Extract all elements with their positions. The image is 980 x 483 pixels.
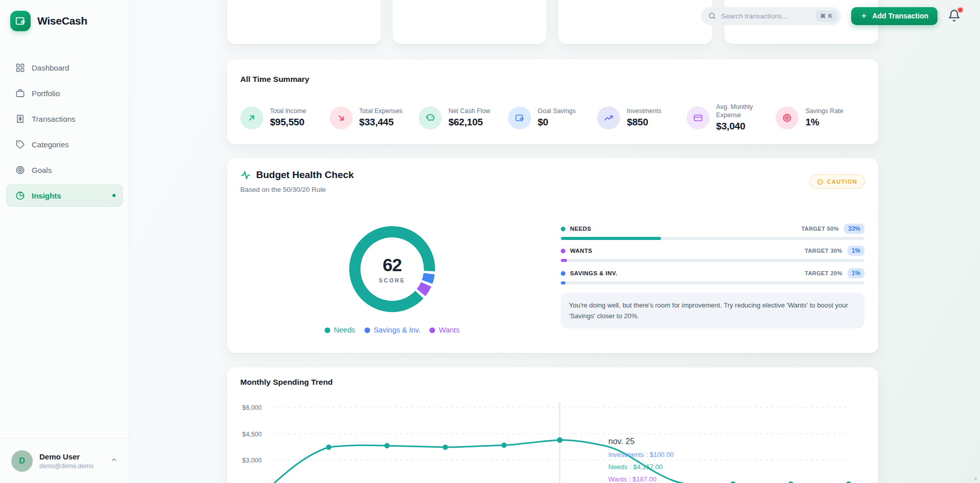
stat-goal-savings: Goal Savings$0: [508, 103, 598, 132]
sidebar: WiseCash Dashboard Portfolio: [0, 0, 129, 483]
legend-wants: Wants: [429, 326, 460, 334]
credit-card-icon: [693, 113, 703, 123]
legend-needs: Needs: [325, 326, 355, 334]
topbar: ⌘ K Add Transaction: [129, 0, 980, 32]
stat-investments: Investments$850: [597, 103, 687, 132]
briefcase-icon: [15, 89, 25, 98]
receipt-icon: [15, 114, 25, 124]
pie-icon: [15, 191, 25, 201]
notification-badge-dot: [958, 8, 963, 12]
app-title: WiseCash: [37, 15, 87, 27]
sidebar-item-goals[interactable]: Goals: [6, 159, 123, 181]
ytick-4500: $4,500: [242, 431, 262, 438]
legend-savings: Savings & Inv.: [364, 326, 421, 334]
donut-legend: Needs Savings & Inv. Wants: [298, 326, 487, 334]
shortcut-badge: ⌘ K: [816, 11, 837, 21]
advice-box: You're doing well, but there's room for …: [561, 293, 864, 328]
target-icon: [782, 113, 792, 123]
active-indicator-dot: [112, 194, 116, 197]
brand: WiseCash: [0, 0, 129, 42]
arrow-down-right-icon: [336, 113, 346, 123]
data-point: [326, 445, 331, 450]
sidebar-item-dashboard[interactable]: Dashboard: [6, 56, 123, 79]
piggy-bank-icon: [425, 113, 436, 123]
all-time-summary-card: All Time Summary Total Income$95,550 Tot…: [227, 59, 878, 144]
sidebar-item-insights[interactable]: Insights: [6, 184, 123, 207]
search-box[interactable]: ⌘ K: [701, 7, 841, 25]
info-circle-icon: [817, 179, 824, 185]
tooltip-needs: Needs : $4,157.00: [608, 463, 674, 471]
trending-up-icon: [604, 113, 613, 123]
user-panel[interactable]: D Demo User demo@demo.demo: [0, 438, 129, 483]
monthly-spending-trend-card: Monthly Spending Trend $6,000 $4,500 $3,…: [227, 367, 878, 483]
sidebar-item-label: Categories: [32, 140, 69, 149]
plus-icon: [860, 12, 868, 19]
wallet-icon: [515, 113, 525, 123]
pct-badge: 1%: [848, 246, 864, 256]
chart-tooltip: nov. 25 Investments : $100.00 Needs : $4…: [608, 437, 674, 483]
status-badge-caution: CAUTION: [809, 174, 865, 189]
sidebar-nav: Dashboard Portfolio Transactions: [0, 42, 129, 207]
donut-needs-segment: [355, 232, 429, 306]
pct-badge: 1%: [848, 268, 864, 278]
sidebar-item-categories[interactable]: Categories: [6, 133, 123, 156]
arrow-up-right-icon: [247, 113, 257, 123]
grid-icon: [15, 63, 25, 73]
stat-total-income: Total Income$95,550: [240, 103, 330, 132]
tag-icon: [15, 140, 25, 149]
budget-health-title: Budget Health Check: [240, 169, 354, 181]
user-name: Demo User: [39, 452, 94, 461]
search-icon: [708, 12, 716, 20]
stat-avg-monthly-expense: Avg. Monthly Expense$3,040: [687, 103, 776, 132]
summary-title: All Time Summary: [240, 75, 309, 84]
trend-line-chart[interactable]: $6,000 $4,500 $3,000: [227, 367, 878, 483]
donut-wants-segment: [421, 284, 426, 293]
wallet-logo-icon: [10, 11, 31, 31]
sidebar-item-label: Goals: [32, 166, 52, 174]
search-input[interactable]: [721, 12, 811, 20]
sidebar-item-label: Insights: [32, 191, 61, 200]
data-point: [502, 443, 507, 448]
stat-total-expenses: Total Expenses$33,445: [330, 103, 419, 132]
ytick-3000: $3,000: [242, 457, 262, 464]
budget-score-donut: 62 SCORE: [341, 218, 443, 320]
notifications-button[interactable]: [948, 9, 961, 23]
sidebar-item-label: Portfolio: [32, 89, 60, 98]
pct-badge: 33%: [844, 224, 864, 234]
sidebar-item-label: Dashboard: [32, 63, 69, 72]
sidebar-item-transactions[interactable]: Transactions: [6, 107, 123, 130]
budget-health-subtitle: Based on the 50/30/20 Rule: [240, 186, 326, 193]
add-transaction-button[interactable]: Add Transaction: [851, 7, 938, 25]
sidebar-item-portfolio[interactable]: Portfolio: [6, 82, 123, 104]
summary-stats: Total Income$95,550 Total Expenses$33,44…: [240, 103, 865, 132]
scrollbar-arrow-icon[interactable]: ▼: [973, 476, 978, 482]
sidebar-item-label: Transactions: [32, 115, 75, 123]
budget-health-card: Budget Health Check Based on the 50/30/2…: [227, 158, 878, 353]
activity-pulse-icon: [240, 170, 251, 181]
stat-savings-rate: Savings Rate1%: [776, 103, 865, 132]
data-point: [384, 443, 390, 448]
tooltip-wants: Wants : $187.00: [608, 475, 674, 483]
ytick-6000: $6,000: [242, 404, 262, 411]
row-needs: NEEDS TARGET 50% 33%: [561, 224, 864, 234]
donut-savings-segment: [427, 274, 429, 282]
stat-net-cash-flow: Net Cash Flow$62,105: [419, 103, 508, 132]
row-savings: SAVINGS & INV. TARGET 20% 1%: [561, 268, 864, 278]
chevron-up-icon[interactable]: [110, 456, 118, 466]
user-email: demo@demo.demo: [39, 463, 94, 470]
goal-icon: [15, 165, 25, 175]
tooltip-date: nov. 25: [608, 437, 674, 446]
tooltip-investments: Investments : $100.00: [608, 451, 674, 458]
row-wants: WANTS TARGET 30% 1%: [561, 246, 864, 256]
data-point: [443, 445, 448, 450]
avatar: D: [11, 450, 33, 472]
wisecash-app: WiseCash Dashboard Portfolio: [0, 0, 980, 483]
data-point-active: [557, 437, 562, 443]
